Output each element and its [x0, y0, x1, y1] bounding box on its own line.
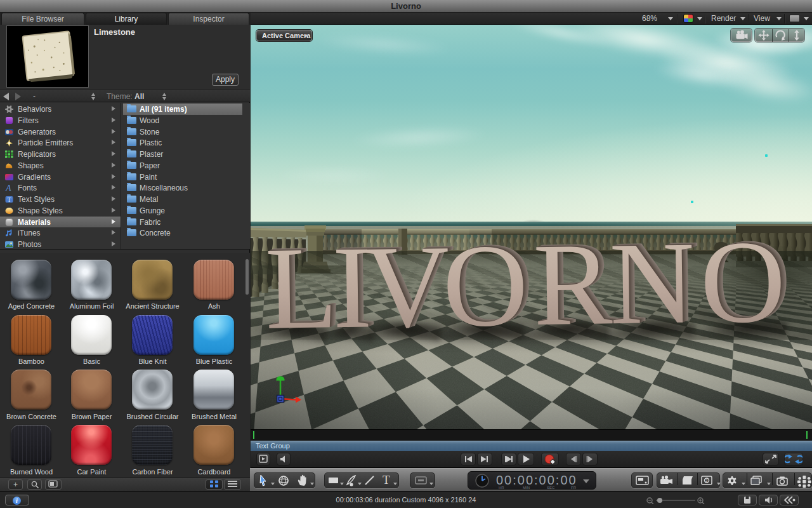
svg-text:O: O: [699, 215, 786, 347]
svg-text:L: L: [265, 222, 338, 354]
svg-text:N: N: [609, 217, 696, 349]
svg-text:T: T: [8, 196, 11, 203]
svg-text:A: A: [5, 184, 11, 192]
svg-text:R: R: [533, 218, 613, 350]
svg-text:V: V: [363, 220, 450, 352]
svg-text:O: O: [442, 219, 528, 351]
